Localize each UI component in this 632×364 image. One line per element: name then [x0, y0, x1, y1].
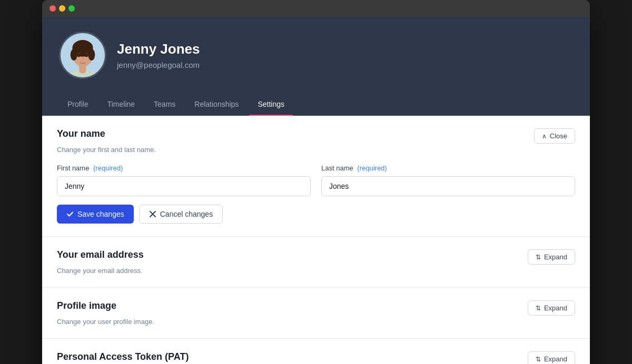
save-changes-label: Save changes — [77, 210, 124, 218]
svg-point-7 — [71, 49, 77, 60]
name-form-row: First name (required) Last name (require… — [57, 164, 575, 196]
section-email-address: Your email address ⇅ Expand Change your … — [42, 237, 590, 288]
tab-settings[interactable]: Settings — [249, 94, 293, 116]
last-name-required: (required) — [357, 164, 387, 172]
cancel-changes-button[interactable]: Cancel changes — [139, 205, 223, 224]
close-button-label: Close — [550, 132, 567, 140]
check-icon — [66, 210, 74, 218]
section-email-subtitle: Change your email address. — [42, 265, 590, 275]
app-window: Jenny Jones jenny@peoplegoal.com Profile… — [42, 0, 590, 364]
svg-point-8 — [88, 49, 95, 60]
first-name-group: First name (required) — [57, 164, 311, 196]
section-your-name-title-group: Your name — [57, 128, 105, 141]
avatar — [59, 32, 106, 79]
expand-pat-button[interactable]: ⇅ Expand — [528, 351, 575, 364]
tab-profile[interactable]: Profile — [59, 94, 97, 116]
expand-arrows-icon: ⇅ — [536, 254, 541, 261]
last-name-label: Last name (required) — [321, 164, 575, 172]
tab-teams[interactable]: Teams — [145, 94, 184, 116]
section-profile-image: Profile image ⇅ Expand Change your user … — [42, 288, 590, 339]
expand-profile-image-label: Expand — [544, 304, 567, 312]
section-your-name-title: Your name — [57, 128, 105, 139]
section-your-name-header: Your name ∧ Close — [42, 116, 590, 144]
section-email-title: Your email address — [57, 249, 144, 260]
window-chrome — [42, 0, 590, 17]
user-email: jenny@peoplegoal.com — [117, 60, 200, 69]
expand-arrows-icon-2: ⇅ — [536, 305, 541, 312]
cancel-changes-label: Cancel changes — [160, 210, 213, 218]
expand-email-label: Expand — [544, 253, 567, 261]
section-pat: Personal Access Token (PAT) ⇅ Expand Gen… — [42, 339, 590, 364]
form-actions: Save changes Cancel changes — [57, 205, 575, 224]
first-name-required: (required) — [93, 164, 123, 172]
save-changes-button[interactable]: Save changes — [57, 205, 134, 224]
minimize-traffic-light[interactable] — [59, 5, 65, 12]
last-name-group: Last name (required) — [321, 164, 575, 196]
section-profile-image-title: Profile image — [57, 300, 116, 311]
navigation-tabs: Profile Timeline Teams Relationships Set… — [59, 94, 573, 116]
first-name-label: First name (required) — [57, 164, 311, 172]
section-pat-title-group: Personal Access Token (PAT) — [57, 351, 189, 364]
section-your-name-subtitle: Change your first and last name. — [42, 144, 590, 154]
section-email-title-group: Your email address — [57, 249, 144, 262]
expand-pat-label: Expand — [544, 355, 567, 363]
expand-profile-image-button[interactable]: ⇅ Expand — [528, 300, 575, 316]
tab-relationships[interactable]: Relationships — [186, 94, 247, 116]
section-profile-image-subtitle: Change your user profile image. — [42, 316, 590, 326]
first-name-input[interactable] — [57, 176, 311, 196]
user-name: Jenny Jones — [117, 41, 200, 57]
maximize-traffic-light[interactable] — [68, 5, 75, 12]
x-icon — [149, 210, 156, 218]
section-email-header: Your email address ⇅ Expand — [42, 237, 590, 265]
profile-info: Jenny Jones jenny@peoplegoal.com — [59, 32, 573, 79]
svg-point-10 — [85, 55, 88, 57]
chevron-up-icon: ∧ — [542, 133, 547, 140]
tab-timeline[interactable]: Timeline — [99, 94, 143, 116]
expand-arrows-icon-3: ⇅ — [536, 356, 541, 363]
main-content: Your name ∧ Close Change your first and … — [42, 116, 590, 364]
expand-email-button[interactable]: ⇅ Expand — [528, 249, 575, 265]
close-your-name-button[interactable]: ∧ Close — [534, 128, 575, 144]
svg-point-9 — [77, 55, 81, 57]
section-your-name: Your name ∧ Close Change your first and … — [42, 116, 590, 237]
section-pat-header: Personal Access Token (PAT) ⇅ Expand — [42, 339, 590, 364]
profile-header: Jenny Jones jenny@peoplegoal.com Profile… — [42, 17, 590, 116]
section-profile-image-title-group: Profile image — [57, 300, 116, 314]
your-name-form: First name (required) Last name (require… — [42, 154, 590, 236]
close-traffic-light[interactable] — [50, 5, 56, 12]
last-name-input[interactable] — [321, 176, 575, 196]
header-user-info: Jenny Jones jenny@peoplegoal.com — [117, 41, 200, 69]
section-pat-title: Personal Access Token (PAT) — [57, 351, 189, 362]
section-profile-image-header: Profile image ⇅ Expand — [42, 288, 590, 316]
